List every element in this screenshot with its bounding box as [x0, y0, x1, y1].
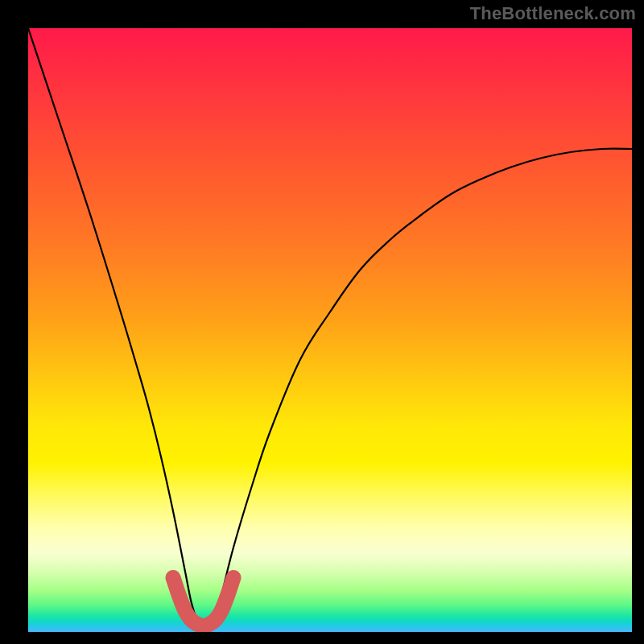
bottleneck-curve [28, 28, 632, 627]
chart-stage: TheBottleneck.com [0, 0, 644, 644]
curve-svg [28, 28, 632, 632]
plot-area [28, 28, 632, 632]
optimal-region-highlight [173, 578, 233, 626]
watermark-text: TheBottleneck.com [470, 3, 636, 24]
